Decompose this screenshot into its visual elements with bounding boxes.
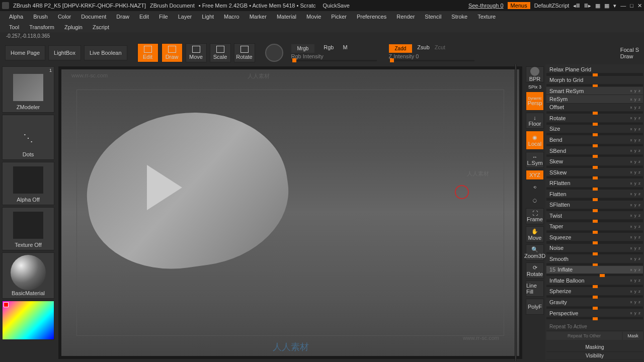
gizmo-icon[interactable] <box>265 44 283 62</box>
deform-slider[interactable] <box>546 307 643 309</box>
menu-alpha[interactable]: Alpha <box>4 12 28 21</box>
deform-slider[interactable] <box>546 296 643 298</box>
deform-flatten[interactable]: Flattenx y z <box>546 190 643 198</box>
home-button[interactable]: Home Page <box>5 45 45 60</box>
deform-resym[interactable]: ReSymx y z <box>546 95 643 103</box>
xyz-button[interactable]: XYZ <box>526 170 544 180</box>
lightbox-button[interactable]: LightBox <box>48 45 81 60</box>
menu-stroke[interactable]: Stroke <box>446 12 472 21</box>
deform-slider[interactable] <box>546 112 643 114</box>
move-view-button[interactable]: ✋Move <box>526 226 544 242</box>
rgb-intensity-slider[interactable] <box>291 60 377 61</box>
visibility-section[interactable]: Visibility <box>546 352 643 360</box>
texture-thumb[interactable]: Texture Off <box>2 207 54 250</box>
rotate-mode-button[interactable]: Rotate <box>234 43 255 62</box>
move-mode-button[interactable]: Move <box>186 43 207 62</box>
nav-next-icon[interactable]: Ⅲ▸ <box>584 3 591 9</box>
linefill-button[interactable]: Line Fill <box>526 281 544 297</box>
menu-stencil[interactable]: Stencil <box>420 12 446 21</box>
deform-smart-resym[interactable]: Smart ReSymx y z <box>546 87 643 95</box>
scale-mode-button[interactable]: Scale <box>210 43 231 62</box>
zadd-button[interactable]: Zadd <box>389 44 413 53</box>
zsub-button[interactable]: Zsub <box>417 44 429 53</box>
menu-macro[interactable]: Macro <box>219 12 245 21</box>
polyf-button[interactable]: PolyF <box>526 299 544 315</box>
deform-perspective[interactable]: Perspectivex y z <box>546 309 643 317</box>
alpha-thumb[interactable]: Alpha Off <box>2 162 54 205</box>
menu-edit[interactable]: Edit <box>134 12 154 21</box>
canvas[interactable]: www.rr-sc.com 人人素材 人人素材 www.rr-sc.com 人人… <box>58 66 522 359</box>
deform-slider[interactable] <box>546 155 643 157</box>
deform-rotate[interactable]: Rotatex y z <box>546 114 643 122</box>
deform-size[interactable]: Sizex y z <box>546 125 643 133</box>
zcut-button[interactable]: Zcut <box>435 44 445 53</box>
menu-marker[interactable]: Marker <box>245 12 272 21</box>
z-intensity-slider[interactable] <box>389 60 474 61</box>
menu-light[interactable]: Light <box>197 12 219 21</box>
menu-file[interactable]: File <box>154 12 173 21</box>
menu-transform[interactable]: Transform <box>24 23 59 31</box>
lsym-button[interactable]: ↔L.Sym <box>526 152 544 168</box>
menu-picker[interactable]: Picker <box>326 12 352 21</box>
orbit-icon[interactable]: ◯ <box>526 195 544 206</box>
rotate-view-button[interactable]: ⟳Rotate <box>526 262 544 279</box>
draw-mode-button[interactable]: Draw <box>162 43 183 62</box>
persp-button[interactable]: DynamicPersp <box>526 92 544 111</box>
mrgb-button[interactable]: Mrgb <box>291 44 315 53</box>
deform-slider[interactable] <box>546 209 643 211</box>
window-icon-2[interactable]: ▦ <box>604 3 609 9</box>
deform-slider[interactable] <box>546 176 643 178</box>
deform-spherize[interactable]: Spherizex y z <box>546 288 643 296</box>
seethrough-label[interactable]: See-through 0 <box>468 3 504 9</box>
local-button[interactable]: ◉Local <box>526 131 544 150</box>
menu-draw[interactable]: Draw <box>111 12 134 21</box>
zmodeler-thumb[interactable]: 1 ZModeler <box>2 66 54 113</box>
minimize-icon[interactable]: — <box>620 3 626 9</box>
menu-document[interactable]: Document <box>76 12 111 21</box>
deform-slider[interactable] <box>546 73 643 75</box>
deform-inflate-balloon[interactable]: Inflate Balloonx y z <box>546 277 643 285</box>
menu-texture[interactable]: Texture <box>472 12 501 21</box>
deform-sbend[interactable]: SBendx y z <box>546 147 643 155</box>
menu-zscript[interactable]: Zscript <box>88 23 114 31</box>
deform-offset[interactable]: Offsetx y z <box>546 104 643 112</box>
deform-slider[interactable] <box>546 274 643 276</box>
focal-label[interactable]: Focal S <box>620 47 639 53</box>
deform-gravity[interactable]: Gravityx y z <box>546 298 643 306</box>
deform-squeeze[interactable]: Squeezex y z <box>546 233 643 241</box>
close-icon[interactable]: ✕ <box>637 3 642 9</box>
frame-button[interactable]: ⛶Frame <box>526 208 544 224</box>
deform-morph-to-grid[interactable]: Morph to Grid <box>546 76 643 84</box>
nav-prev-icon[interactable]: ◂Ⅲ <box>573 3 580 9</box>
edit-mode-button[interactable]: Edit <box>137 43 158 62</box>
deform-taper[interactable]: Taperx y z <box>546 223 643 231</box>
window-icon[interactable]: ▦ <box>595 3 600 9</box>
masking-section[interactable]: Masking <box>546 343 643 351</box>
deform-slider[interactable] <box>546 84 643 86</box>
deform-bend[interactable]: Bendx y z <box>546 136 643 144</box>
deform-slider[interactable] <box>546 263 643 265</box>
deform-relax-plane-grid[interactable]: Relax Plane Grid <box>546 65 643 73</box>
deform-noise[interactable]: Noisex y z <box>546 244 643 252</box>
repeat-active[interactable]: Repeat To Active <box>546 323 643 331</box>
deform-slider[interactable] <box>546 220 643 222</box>
repeat-other[interactable]: Repeat To Other <box>546 332 622 340</box>
menu-brush[interactable]: Brush <box>28 12 53 21</box>
deform-inflate[interactable]: 15Inflatex y z <box>546 266 643 274</box>
mask-button[interactable]: Mask <box>623 332 643 340</box>
deform-slider[interactable] <box>546 231 643 233</box>
quicksave-button[interactable]: QuickSave <box>320 2 353 10</box>
floor-button[interactable]: ↓Floor <box>526 113 544 129</box>
axis-icon[interactable]: ⟲ <box>526 182 544 193</box>
menu-color[interactable]: Color <box>53 12 76 21</box>
deform-smooth[interactable]: Smoothx y z <box>546 255 643 263</box>
deform-slider[interactable] <box>546 123 643 125</box>
dropdown-icon[interactable]: ▾ <box>613 3 616 9</box>
menus-button[interactable]: Menus <box>508 2 530 9</box>
zoom3d-button[interactable]: 🔍Zoom3D <box>526 244 544 260</box>
spix-label[interactable]: SPix 3 <box>528 84 541 89</box>
deform-twist[interactable]: Twistx y z <box>546 212 643 220</box>
deform-sflatten[interactable]: SFlattenx y z <box>546 201 643 209</box>
deform-slider[interactable] <box>546 144 643 146</box>
deform-slider[interactable] <box>546 252 643 254</box>
